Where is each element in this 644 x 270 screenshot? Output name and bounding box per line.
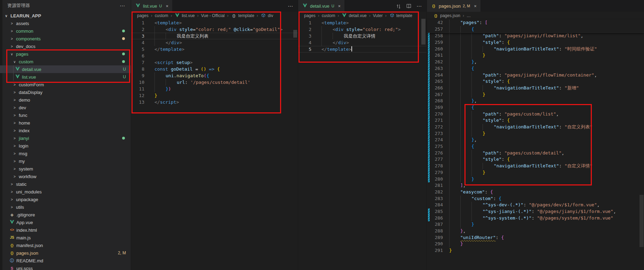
tree-item-jianyi[interactable]: >jianyi — [0, 134, 131, 142]
tree-item-pages[interactable]: ∨pages — [0, 50, 131, 58]
tree-item-custom[interactable]: ∨custom — [0, 58, 131, 65]
more-actions-icon[interactable]: ⋯ — [288, 3, 293, 9]
tree-item-my[interactable]: >my — [0, 157, 131, 165]
split-editor-icon[interactable] — [406, 3, 411, 8]
breadcrumb-item-custom[interactable]: custom — [322, 13, 335, 18]
tree-item-system[interactable]: >system — [0, 165, 131, 173]
breadcrumb-item-custom[interactable]: custom — [155, 13, 168, 18]
tree-item-home[interactable]: >home — [0, 119, 131, 127]
tree-item-unpackage[interactable]: >unpackage — [0, 196, 131, 203]
tree-item-index.html[interactable]: <>index.html — [0, 226, 131, 234]
modified-line-gutter-marker — [428, 117, 430, 124]
indent-guide — [471, 208, 483, 215]
scrollbar-slider[interactable] — [421, 19, 426, 45]
modified-line-gutter-marker — [428, 85, 430, 92]
tree-item-index[interactable]: >index — [0, 127, 131, 134]
close-icon[interactable]: × — [474, 3, 477, 9]
tab-pages.json[interactable]: {}pages.json2, M× — [427, 0, 480, 12]
tree-item-main.js[interactable]: JSmain.js — [0, 234, 131, 241]
indent-guide — [449, 19, 460, 26]
tree-item-.gitignore[interactable]: ◈.gitignore — [0, 211, 131, 219]
modified-line-gutter-marker — [428, 176, 430, 183]
code-text: "path": "pages/jianyi/flowTime/container… — [443, 72, 597, 79]
modified-line-gutter-marker — [428, 98, 430, 104]
chevron-right-icon: > — [9, 22, 15, 25]
code-editor-pages-json[interactable]: 42"pages": [257{ 258"path": "pages/jiany… — [427, 19, 644, 254]
breadcrumb-item-pages[interactable]: pages — [137, 13, 149, 18]
tree-item-label: pages — [16, 51, 28, 57]
code-line: 272"navigationBarTitleText": "自定义列表" — [427, 124, 644, 130]
code-text: "style": { — [443, 156, 510, 163]
indent-guide — [471, 46, 483, 53]
breadcrumb-item-Vuter[interactable]: Vuter — [373, 13, 383, 18]
tree-item-static[interactable]: >static — [0, 180, 131, 188]
tree-item-assets[interactable]: >assets — [0, 19, 131, 27]
breadcrumb: pages›custom›list.vue›Vue - Official›{}t… — [131, 12, 298, 19]
code-line: 2<div style="color: red;" @click="goDeta… — [131, 26, 298, 33]
breadcrumb-item-pages.json[interactable]: {}pages.json — [433, 13, 460, 18]
close-icon[interactable]: × — [338, 3, 341, 9]
git-status-badge: U — [123, 74, 126, 79]
indent-guide — [154, 26, 166, 33]
tree-item-list.vue[interactable]: list.vueU — [0, 73, 131, 81]
chevron-right-icon: > — [9, 29, 15, 33]
compare-changes-icon[interactable] — [396, 3, 401, 9]
indent-guide — [460, 85, 471, 92]
tab-list.vue[interactable]: list.vueU× — [131, 0, 172, 12]
line-number: 9 — [131, 72, 144, 79]
html-file-icon: <> — [9, 228, 15, 232]
tree-item-demo[interactable]: >demo — [0, 96, 131, 104]
indent-guide — [154, 86, 166, 92]
code-editor-detail-vue[interactable]: 1<template>2<div style="color: red;">3我是… — [298, 19, 427, 53]
code-text: </div> — [311, 39, 349, 46]
explorer-more-actions-icon[interactable]: ⋯ — [120, 3, 125, 8]
tree-item-pages.json[interactable]: {}pages.json2, M — [0, 249, 131, 257]
breadcrumb-item-template[interactable]: template — [389, 13, 412, 18]
tree-root-learun-app[interactable]: ∨ LEARUN_APP — [0, 12, 131, 19]
tree-item-login[interactable]: >login — [0, 142, 131, 150]
tree-item-App.vue[interactable]: App.vue — [0, 219, 131, 226]
tree-item-uni_modules[interactable]: >uni_modules — [0, 188, 131, 196]
indent-guide — [460, 169, 471, 176]
modified-line-gutter-marker — [428, 208, 430, 215]
breadcrumb-item-div[interactable]: div — [261, 13, 273, 18]
tree-item-dev_docs[interactable]: >dev_docs — [0, 42, 131, 50]
breadcrumb-vue-icon — [341, 13, 347, 18]
scrollbar-slider[interactable] — [639, 195, 644, 247]
tree-item-customForm[interactable]: >customForm — [0, 81, 131, 88]
breadcrumb-item-Vue - Official[interactable]: Vue - Official — [201, 13, 225, 18]
tree-item-msg[interactable]: >msg — [0, 150, 131, 157]
tree-item-README.md[interactable]: ⓘREADME.md — [0, 257, 131, 264]
more-actions-icon[interactable]: ⋯ — [416, 3, 422, 9]
breadcrumb-item-detail.vue[interactable]: detail.vue — [341, 13, 366, 18]
chevron-right-icon: > — [12, 113, 17, 117]
tree-item-func[interactable]: >func — [0, 111, 131, 119]
scrollbar-slider[interactable] — [293, 30, 297, 38]
breadcrumb-item-template[interactable]: {}template — [231, 13, 254, 18]
breadcrumb-item-list.vue[interactable]: list.vue — [174, 13, 194, 18]
close-icon[interactable]: × — [166, 3, 168, 9]
tree-item-detail.vue[interactable]: detail.vueU — [0, 65, 131, 73]
breadcrumb-item-pages[interactable]: pages — [304, 13, 316, 18]
tree-item-common[interactable]: >common — [0, 27, 131, 35]
indent-guide — [460, 98, 471, 104]
tree-item-dataDisplay[interactable]: >dataDisplay — [0, 88, 131, 96]
code-text: "path": "pages/custom/detail", — [443, 150, 564, 157]
tree-item-uni.scss[interactable]: Suni.scss — [0, 264, 131, 270]
tree-item-components[interactable]: >components — [0, 35, 131, 42]
tree-item-workflow[interactable]: >workflow — [0, 173, 131, 180]
indent-guide — [449, 52, 460, 59]
code-editor-list-vue[interactable]: 1<template>2<div style="color: red;" @cl… — [131, 19, 298, 105]
tree-item-manifest.json[interactable]: {}manifest.json — [0, 241, 131, 249]
indent-guide — [460, 208, 471, 215]
breadcrumb-label: custom — [322, 13, 335, 18]
indent-guide — [154, 72, 166, 79]
indent-guide — [449, 189, 460, 196]
tree-item-dev[interactable]: >dev — [0, 104, 131, 111]
tab-detail.vue[interactable]: detail.vueU× — [298, 0, 344, 12]
tree-item-utils[interactable]: >utils — [0, 203, 131, 211]
code-line: 271"style": { — [427, 117, 644, 124]
code-line: 282"easycom": { — [427, 189, 644, 196]
breadcrumb-item-…[interactable]: … — [467, 13, 471, 18]
explorer-title: 资源管理器 — [7, 2, 30, 9]
